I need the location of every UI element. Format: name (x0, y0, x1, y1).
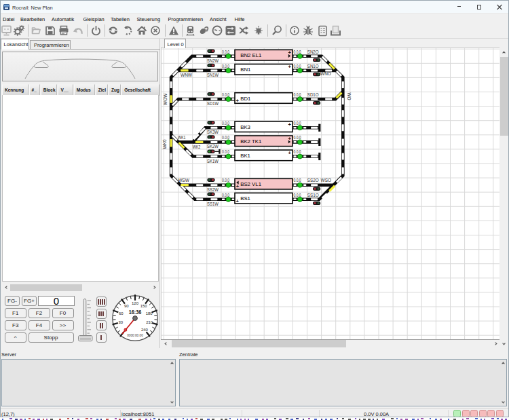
svg-text:90: 90 (124, 304, 129, 308)
svg-text:0.0.0: 0.0.0 (222, 135, 230, 140)
svg-text:WOW: WOW (163, 93, 168, 105)
svg-text:0.0.0: 0.0.0 (293, 193, 301, 197)
svg-text:0.0.0: 0.0.0 (293, 50, 301, 54)
svg-text:0.0.0: 0.0.0 (222, 193, 230, 197)
svg-text:210: 210 (146, 320, 153, 324)
svg-text:+: + (236, 198, 240, 204)
svg-text:+: + (288, 64, 292, 70)
svg-text:SN2O: SN2O (307, 50, 319, 54)
svg-text:+: + (236, 183, 240, 189)
svg-text:WO: WO (347, 92, 352, 100)
svg-text:60: 60 (119, 311, 124, 316)
svg-text:SK1W: SK1W (207, 159, 219, 164)
svg-text:0.0.0: 0.0.0 (222, 149, 230, 154)
svg-text:0.0.0: 0.0.0 (293, 121, 301, 126)
svg-text:240: 240 (141, 328, 149, 332)
svg-text:0.0.0: 0.0.0 (293, 149, 301, 154)
svg-text:BN1: BN1 (240, 66, 250, 73)
svg-text:+: + (288, 150, 292, 156)
svg-text:0.0.0: 0.0.0 (222, 50, 230, 54)
svg-text:0.0.0: 0.0.0 (293, 135, 301, 140)
svg-text:WK2: WK2 (193, 145, 201, 149)
svg-text:SD1O: SD1O (307, 92, 319, 97)
svg-text:SK2W: SK2W (207, 144, 219, 149)
svg-text:30: 30 (118, 320, 123, 324)
svg-text:WNW: WNW (181, 73, 193, 77)
svg-text:BK2 TK1: BK2 TK1 (240, 138, 261, 145)
svg-text:BN2 EL1: BN2 EL1 (240, 52, 261, 58)
svg-text:2: 2 (206, 26, 208, 31)
svg-text:BD1: BD1 (240, 96, 250, 102)
svg-text:0.0.0: 0.0.0 (293, 178, 301, 183)
svg-text:WK0: WK0 (162, 139, 167, 149)
svg-text:WNO: WNO (320, 71, 331, 76)
svg-text:SD1W: SD1W (207, 101, 219, 106)
svg-text:0.0.0: 0.0.0 (222, 64, 230, 69)
svg-text:WSO: WSO (321, 178, 332, 183)
svg-text:180: 180 (146, 311, 153, 316)
svg-text:0.0.0: 0.0.0 (222, 178, 230, 183)
svg-text:150: 150 (140, 304, 148, 308)
svg-text:SK3W: SK3W (207, 130, 219, 134)
svg-text:BK3: BK3 (240, 124, 250, 130)
svg-text:BS2 VL1: BS2 VL1 (240, 181, 261, 187)
svg-text:0.0.0: 0.0.0 (222, 121, 230, 126)
svg-text:120: 120 (132, 301, 139, 305)
svg-text:+: + (236, 98, 240, 104)
svg-text:BS1: BS1 (240, 195, 250, 202)
svg-text:SS2O: SS2O (307, 178, 319, 183)
svg-text:0.0.0: 0.0.0 (293, 92, 301, 97)
svg-text:16:36: 16:36 (129, 309, 142, 316)
svg-text:SN2W: SN2W (207, 58, 219, 63)
svg-text:+: + (288, 121, 292, 128)
svg-text:0.0.0: 0.0.0 (293, 64, 301, 69)
svg-text:SS1W: SS1W (207, 202, 219, 206)
svg-text:WK1: WK1 (178, 135, 186, 140)
svg-text:WSW: WSW (178, 178, 189, 183)
svg-text:0000:00.00: 0000:00.00 (127, 333, 143, 337)
svg-text:BK1: BK1 (240, 153, 250, 159)
svg-text:0.0.0: 0.0.0 (222, 92, 230, 97)
svg-text:SN1O: SN1O (307, 64, 319, 69)
svg-text:SS1O: SS1O (307, 193, 319, 197)
svg-text:SN1W: SN1W (207, 73, 219, 77)
svg-text:SS2W: SS2W (207, 187, 219, 192)
